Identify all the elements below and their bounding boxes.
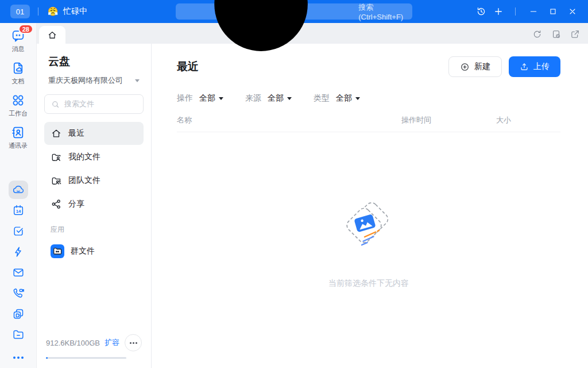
global-search-input[interactable]: 搜索 (Ctrl+Shift+F) bbox=[176, 3, 412, 20]
storage-progress-bar bbox=[46, 357, 126, 359]
storage-usage: 912.6KB/100GB bbox=[46, 339, 105, 347]
upload-button[interactable]: 上传 bbox=[509, 56, 560, 77]
maximize-icon bbox=[548, 7, 558, 16]
file-history-icon bbox=[551, 29, 561, 39]
sidebar-section-label: 应用 bbox=[51, 225, 144, 235]
column-header-size[interactable]: 大小 bbox=[496, 115, 560, 125]
unread-badge: 28 bbox=[18, 24, 33, 34]
history-button[interactable] bbox=[473, 3, 490, 20]
maximize-button[interactable] bbox=[543, 3, 563, 20]
rail-item-calendar[interactable]: 14 bbox=[9, 201, 28, 220]
column-header-name[interactable]: 名称 bbox=[177, 115, 401, 125]
sidebar-title: 云盘 bbox=[48, 54, 144, 69]
rail-item-folder[interactable] bbox=[9, 325, 28, 344]
file-search-placeholder: 搜索文件 bbox=[64, 99, 94, 109]
new-window-button[interactable] bbox=[490, 3, 507, 20]
folder-icon bbox=[12, 328, 25, 341]
calendar-icon: 14 bbox=[12, 204, 25, 217]
copy-docs-icon bbox=[12, 308, 25, 320]
rail-item-workbench[interactable]: 工作台 bbox=[9, 93, 28, 118]
workspace-badge[interactable]: 01 bbox=[10, 5, 30, 18]
sidebar-item-label: 群文件 bbox=[71, 246, 95, 256]
rail-item-copy-docs[interactable] bbox=[9, 305, 28, 323]
titlebar: 01 😤 忙碌中 搜索 (Ctrl+Shift+F) bbox=[0, 0, 588, 23]
new-button-label: 新建 bbox=[474, 62, 490, 72]
rail-item-docs[interactable]: 文档 bbox=[11, 61, 25, 86]
empty-state-text: 当前筛选条件下无内容 bbox=[328, 278, 409, 289]
search-icon bbox=[51, 100, 60, 109]
org-selector[interactable]: 重庆天极网络有限公司 bbox=[48, 75, 140, 86]
team-files-icon bbox=[51, 175, 62, 186]
open-external-icon bbox=[570, 29, 580, 39]
open-external-button[interactable] bbox=[570, 29, 580, 39]
expand-storage-link[interactable]: 扩容 bbox=[105, 338, 119, 348]
rail-item-contacts[interactable]: 通讯录 bbox=[9, 125, 28, 150]
more-dots-icon bbox=[13, 356, 16, 359]
close-icon bbox=[568, 7, 577, 16]
upload-button-label: 上传 bbox=[533, 62, 550, 72]
rail-item-flash[interactable] bbox=[9, 243, 28, 261]
titlebar-divider bbox=[515, 7, 516, 16]
refresh-icon bbox=[532, 29, 542, 39]
cloud-drive-icon bbox=[12, 183, 25, 196]
recent-files-button[interactable] bbox=[551, 29, 561, 39]
history-icon bbox=[476, 6, 486, 17]
file-search-input[interactable]: 搜索文件 bbox=[44, 94, 144, 114]
tab-home[interactable] bbox=[39, 26, 65, 44]
user-status-text[interactable]: 忙碌中 bbox=[63, 6, 87, 17]
chevron-down-icon bbox=[355, 97, 360, 100]
rail-item-mail[interactable] bbox=[9, 263, 28, 282]
rail-more-button[interactable] bbox=[13, 356, 24, 362]
empty-files-illustration bbox=[340, 202, 397, 255]
rail-item-cloud-drive[interactable] bbox=[9, 181, 28, 199]
video-call-icon bbox=[12, 287, 25, 300]
titlebar-divider bbox=[38, 7, 38, 16]
my-files-icon bbox=[51, 151, 62, 163]
sidebar-item-recent[interactable]: 最近 bbox=[44, 122, 144, 145]
tasks-icon bbox=[12, 225, 25, 237]
minimize-button[interactable] bbox=[524, 3, 543, 20]
rail-item-messages[interactable]: 28 消息 bbox=[11, 29, 25, 53]
rail-label: 文档 bbox=[12, 77, 25, 86]
avatar[interactable]: 😤 bbox=[47, 5, 59, 18]
group-files-icon bbox=[51, 244, 64, 258]
new-button[interactable]: 新建 bbox=[448, 56, 502, 77]
sidebar-more-button[interactable] bbox=[125, 334, 142, 351]
contacts-icon bbox=[11, 125, 25, 140]
refresh-button[interactable] bbox=[532, 29, 542, 39]
close-button[interactable] bbox=[563, 3, 582, 20]
rail-label: 消息 bbox=[12, 45, 25, 53]
sidebar-item-label: 团队文件 bbox=[68, 175, 100, 186]
empty-state: 当前筛选条件下无内容 bbox=[177, 202, 560, 289]
app-rail: 28 消息 文档 工作台 bbox=[0, 23, 37, 368]
sidebar-item-share[interactable]: 分享 bbox=[44, 193, 144, 216]
org-name: 重庆天极网络有限公司 bbox=[48, 75, 123, 86]
docs-icon bbox=[11, 61, 25, 75]
rail-label: 通讯录 bbox=[9, 141, 28, 150]
search-icon bbox=[182, 0, 354, 98]
global-search-placeholder: 搜索 (Ctrl+Shift+F) bbox=[358, 2, 406, 21]
share-icon bbox=[51, 198, 62, 210]
column-header-time[interactable]: 操作时间 bbox=[401, 115, 496, 125]
sidebar-item-label: 最近 bbox=[68, 128, 84, 139]
mail-icon bbox=[12, 266, 25, 279]
upload-icon bbox=[520, 62, 529, 71]
sidebar-item-group-files[interactable]: 群文件 bbox=[44, 240, 144, 263]
sidebar-item-team-files[interactable]: 团队文件 bbox=[44, 169, 144, 192]
rail-label: 工作台 bbox=[9, 109, 28, 118]
plus-circle-icon bbox=[460, 62, 470, 72]
rail-item-video-call[interactable] bbox=[9, 284, 28, 302]
plus-icon bbox=[493, 6, 504, 17]
sidebar-item-label: 我的文件 bbox=[68, 152, 100, 162]
chevron-down-icon bbox=[135, 79, 140, 82]
minimize-icon bbox=[529, 7, 538, 16]
more-dots-icon bbox=[130, 342, 131, 344]
home-icon bbox=[51, 128, 62, 139]
table-header-row: 名称 操作时间 大小 bbox=[177, 115, 560, 132]
sidebar-item-my-files[interactable]: 我的文件 bbox=[44, 145, 144, 168]
flash-icon bbox=[12, 246, 25, 258]
workbench-icon bbox=[11, 93, 25, 108]
svg-text:14: 14 bbox=[16, 209, 21, 214]
rail-item-tasks[interactable] bbox=[9, 222, 28, 240]
sidebar-item-label: 分享 bbox=[68, 199, 84, 209]
